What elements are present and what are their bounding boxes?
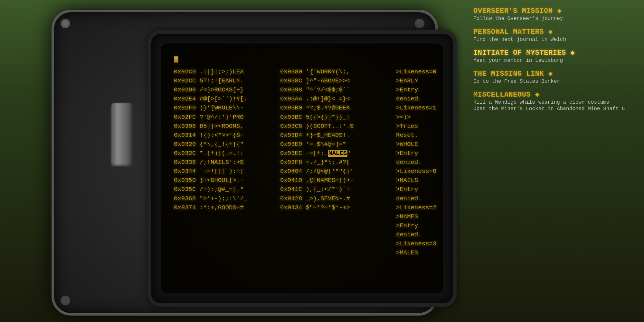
quest-description: Find the next journal in Welch bbox=[473, 37, 634, 43]
quest-title: THE MISSING LINK ◆ bbox=[473, 69, 634, 78]
memory-row[interactable]: 0x93F8 =./_}*\;.#?[ bbox=[280, 158, 390, 167]
response-line: >Likeness=1 bbox=[396, 103, 436, 112]
memory-row[interactable]: 0x9350 }!<GHOUL[>.- bbox=[174, 176, 277, 185]
memory-row[interactable]: 0x9434 $"+*?+*$*-+> bbox=[280, 203, 390, 212]
response-line: >Likeness=0 bbox=[396, 67, 436, 76]
response-line: >Tries Reset. bbox=[396, 122, 436, 140]
quest-title: OVERSEER'S MISSION ◆ bbox=[473, 6, 634, 15]
memory-row[interactable]: 0x9338 /;!NAILS':>$ bbox=[174, 158, 277, 167]
memory-row[interactable]: 0x9308 D5]|><ROOMS, bbox=[174, 122, 277, 131]
response-line: >MALES bbox=[396, 248, 436, 257]
quest-description: Kill a Wendigo while wearing a clown cos… bbox=[473, 99, 634, 105]
memory-row[interactable]: 0x92CC 5T!;![EARLY. bbox=[174, 76, 277, 85]
memory-row[interactable]: 0x93B0 ^?;$.#?@GEEK bbox=[280, 103, 390, 112]
memory-row[interactable]: 0x9428 _>),SEVEN-.# bbox=[280, 194, 390, 203]
response-line: >Likeness=3 bbox=[396, 239, 436, 248]
quest-description: Meet your mentor in Lewisburg bbox=[473, 58, 634, 63]
quest-title: MISCELLANEOUS ◆ bbox=[473, 90, 634, 99]
response-column: >Likeness=0>EARLY>Entry denied.>Likeness… bbox=[390, 67, 436, 257]
quest-description: Follow the Overseer's journey bbox=[473, 16, 634, 22]
memory-row[interactable]: 0x93EC -=[+:.MALES' bbox=[280, 149, 390, 158]
memory-row[interactable]: 0x92E4 #@[>[>`')!#[, bbox=[174, 94, 277, 103]
memory-column-right: 0x9380 '{'WORRY(\;,0x938C ]^"-ABOVE>><0x… bbox=[280, 67, 390, 257]
memory-row[interactable]: 0x941C ),{_:</*'}`! bbox=[280, 185, 390, 194]
memory-row[interactable]: 0x9368 ">'+-);;:\'/_ bbox=[174, 194, 277, 203]
response-line: ><)> bbox=[396, 113, 436, 122]
response-line: >Entry denied. bbox=[396, 149, 436, 167]
terminal-body: 0x92C0 .||]|;>;)LEA0x92CC 5T!;![EARLY.0x… bbox=[174, 67, 430, 257]
memory-row[interactable]: 0x93C8 }(SCOTT..:'.$ bbox=[280, 122, 390, 131]
memory-row[interactable]: 0x93BC 5({>{}]*}}_| bbox=[280, 113, 390, 122]
response-line: >Entry denied. bbox=[396, 221, 436, 239]
response-line: >Entry denied. bbox=[396, 185, 436, 203]
response-line: >NAILS bbox=[396, 176, 436, 185]
terminal-screen: 0x92C0 .||]|;>;)LEA0x92CC 5T!;![EARLY.0x… bbox=[161, 43, 443, 293]
response-line: >Likeness=0 bbox=[396, 167, 436, 176]
memory-row[interactable]: 0x92FC ?'@^/:'}'PRO bbox=[174, 113, 277, 122]
memory-row[interactable]: 0x93A4 ,;@!]@}<_=}< bbox=[280, 94, 390, 103]
response-line: >Likeness=2 bbox=[396, 203, 436, 212]
memory-row[interactable]: 0x9398 "^'?/<$$;$`` bbox=[280, 85, 390, 94]
memory-row[interactable]: 0x9344 `:=+[|[`):+| bbox=[174, 167, 277, 176]
quest-item-missing-link[interactable]: THE MISSING LINK ◆Go to the Free States … bbox=[473, 69, 634, 84]
terminal-header bbox=[174, 54, 430, 64]
memory-row[interactable]: 0x9374 :^:+,GOODS+# bbox=[174, 203, 277, 212]
memory-row[interactable]: 0x932C *.(+)|(.=.!: bbox=[174, 149, 277, 158]
memory-row[interactable]: 0x935C /+):;@#_=[.* bbox=[174, 185, 277, 194]
cursor-block bbox=[174, 56, 178, 62]
memory-row[interactable]: 0x9314 !{):<*>>'{$- bbox=[174, 131, 277, 140]
quest-description: Go to the Free States Bunker bbox=[473, 79, 634, 84]
quest-title: PERSONAL MATTERS ◆ bbox=[473, 27, 634, 36]
terminal-casing: 0x92C0 .||]|;>;)LEA0x92CC 5T!;![EARLY.0x… bbox=[52, 10, 438, 316]
memory-row[interactable]: 0x93D4 +}+$_HEADS!. bbox=[280, 131, 390, 140]
memory-column-left: 0x92C0 .||]|;>;)LEA0x92CC 5T!;![EARLY.0x… bbox=[174, 67, 277, 257]
response-line: >NAMES bbox=[396, 212, 436, 221]
quest-item-miscellaneous[interactable]: MISCELLANEOUS ◆Kill a Wendigo while wear… bbox=[473, 90, 634, 112]
memory-row[interactable]: 0x92C0 .||]|;>;)LEA bbox=[174, 67, 277, 76]
attempts-line bbox=[174, 54, 430, 64]
response-line: >Entry denied. bbox=[396, 85, 436, 103]
memory-row[interactable]: 0x9320 {^\,{_!{+|{" bbox=[174, 140, 277, 149]
highlighted-word: MALES bbox=[328, 150, 347, 157]
memory-row[interactable]: 0x93E0 '=.$\#@=]=* bbox=[280, 140, 390, 149]
terminal-handle bbox=[110, 102, 133, 167]
memory-row[interactable]: 0x9404 /;/@<@|'""{}' bbox=[280, 167, 390, 176]
quest-item-overseer-mission[interactable]: OVERSEER'S MISSION ◆Follow the Overseer'… bbox=[473, 6, 634, 22]
memory-row[interactable]: 0x92D8 /<)>ROCKS[+} bbox=[174, 85, 277, 94]
terminal-content: 0x92C0 .||]|;>;)LEA0x92CC 5T!;![EARLY.0x… bbox=[174, 54, 430, 257]
memory-row[interactable]: 0x938C ]^"-ABOVE>>< bbox=[280, 76, 390, 85]
memory-row[interactable]: 0x92F0 )}*[WHOLE\\- bbox=[174, 103, 277, 112]
response-line: >WHOLE bbox=[396, 140, 436, 149]
quest-title: INITIATE OF MYSTERIES ◆ bbox=[473, 48, 634, 57]
memory-row[interactable]: 0x9380 '{'WORRY(\;, bbox=[280, 67, 390, 76]
memory-row[interactable]: 0x9410 ,@|NAMES=()>- bbox=[280, 176, 390, 185]
quest-log: OVERSEER'S MISSION ◆Follow the Overseer'… bbox=[464, 0, 644, 124]
screen-bezel: 0x92C0 .||]|;>;)LEA0x92CC 5T!;![EARLY.0x… bbox=[147, 30, 457, 307]
quest-item-initiate-of-mysteries[interactable]: INITIATE OF MYSTERIES ◆Meet your mentor … bbox=[473, 48, 634, 63]
quest-description: Open the Miner's Locker in Abandoned Min… bbox=[473, 106, 634, 112]
response-line: >EARLY bbox=[396, 76, 436, 85]
quest-item-personal-matters[interactable]: PERSONAL MATTERS ◆Find the next journal … bbox=[473, 27, 634, 43]
